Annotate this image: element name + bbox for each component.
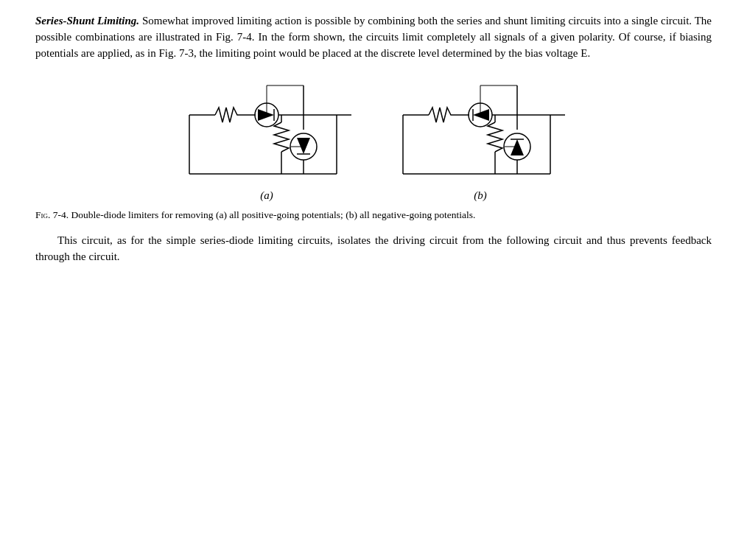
circuit-diagram-b [396, 74, 565, 185]
caption-label: Fig. 7-4. [35, 209, 69, 220]
svg-marker-4 [258, 109, 274, 121]
svg-marker-34 [511, 139, 524, 155]
subfigure-b: (b) [396, 74, 565, 204]
subfigure-b-label: (b) [474, 188, 487, 204]
svg-marker-27 [473, 109, 489, 121]
caption-text: Double-diode limiters for removing (a) a… [69, 209, 475, 220]
section-title: Series-Shunt Limiting. [35, 15, 139, 27]
figure-7-4: (a) [35, 74, 712, 204]
paragraph-1: Series-Shunt Limiting. Somewhat improved… [35, 13, 712, 61]
subfigure-a-label: (a) [260, 188, 273, 204]
svg-marker-11 [297, 138, 310, 154]
paragraph-2: This circuit, as for the simple series-d… [35, 233, 712, 265]
circuit-diagram-a [182, 74, 351, 185]
subfigure-a: (a) [182, 74, 351, 204]
figure-caption: Fig. 7-4. Double-diode limiters for remo… [35, 209, 712, 223]
paragraph-2-text: This circuit, as for the simple series-d… [35, 234, 712, 262]
